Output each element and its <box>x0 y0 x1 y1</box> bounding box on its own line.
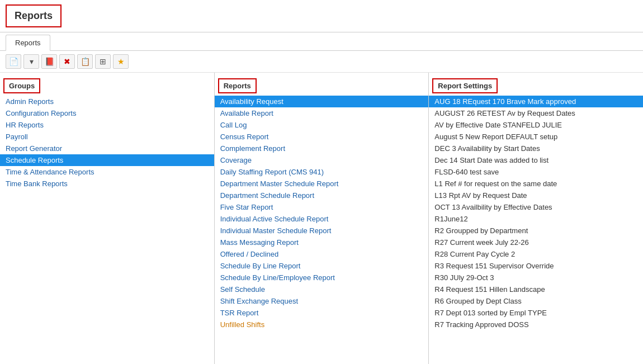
groups-list-item[interactable]: Schedule Reports <box>0 154 214 166</box>
groups-list-item[interactable]: Time & Attendance Reports <box>0 166 214 178</box>
settings-list-item[interactable]: R4 Request 151 Hillen Landscape <box>429 283 643 295</box>
groups-list: Admin ReportsConfiguration ReportsHR Rep… <box>0 96 214 364</box>
settings-list-item[interactable]: R30 JUly 29-Oct 3 <box>429 272 643 283</box>
reports-list-item[interactable]: Census Report <box>215 131 429 143</box>
groups-list-item[interactable]: Configuration Reports <box>0 107 214 119</box>
reports-list-item[interactable]: Department Schedule Report <box>215 190 429 201</box>
star-button[interactable]: ★ <box>113 54 129 69</box>
settings-list-item[interactable]: August 5 New Report DEFAULT setup <box>429 131 643 143</box>
settings-list-item[interactable]: AUG 18 REquest 170 Brave Mark approved <box>429 96 643 107</box>
reports-list-item[interactable]: TSR Report <box>215 307 429 319</box>
reports-list-item[interactable]: Availability Request <box>215 96 429 107</box>
title-bar-row: Reports <box>0 0 643 32</box>
reports-list-item[interactable]: Available Report <box>215 107 429 119</box>
settings-list-item[interactable]: R6 Grouped by Dept Class <box>429 295 643 307</box>
page-wrapper: Reports Reports 📄 ▾ 📕 ✖ 📋 ⊞ ★ Groups Adm… <box>0 0 643 364</box>
reports-list-item[interactable]: Department Master Schedule Report <box>215 178 429 190</box>
settings-header-wrap: Report Settings <box>429 73 643 94</box>
dropdown-button[interactable]: ▾ <box>23 54 39 69</box>
reports-list-item[interactable]: Unfilled Shifts <box>215 319 429 330</box>
reports-list-item[interactable]: Schedule By Line/Employee Report <box>215 272 429 283</box>
groups-list-item[interactable]: Payroll <box>0 131 214 143</box>
groups-panel-header: Groups <box>3 78 40 93</box>
reports-list-item[interactable]: Complement Report <box>215 143 429 154</box>
groups-header-wrap: Groups <box>0 73 214 94</box>
groups-list-item[interactable]: HR Reports <box>0 119 214 131</box>
settings-list-item[interactable]: FLSD-640 test save <box>429 166 643 178</box>
reports-list-item[interactable]: Individual Master Schedule Report <box>215 225 429 237</box>
settings-list-item[interactable]: AV by Effective Date STANFELD JULIE <box>429 119 643 131</box>
settings-list-item[interactable]: R7 Tracking Approved DOSS <box>429 319 643 330</box>
new-doc-button[interactable]: 📄 <box>6 54 21 69</box>
main-content: Groups Admin ReportsConfiguration Report… <box>0 73 643 364</box>
toolbar: 📄 ▾ 📕 ✖ 📋 ⊞ ★ <box>0 51 643 73</box>
table-button[interactable]: ⊞ <box>95 54 111 69</box>
settings-list-item[interactable]: R3 Request 151 Supervisor Override <box>429 260 643 272</box>
reports-header-wrap: Reports <box>215 73 429 94</box>
tab-bar: Reports <box>0 32 643 51</box>
settings-list-item[interactable]: R1June12 <box>429 213 643 225</box>
settings-list: AUG 18 REquest 170 Brave Mark approvedAU… <box>429 96 643 364</box>
settings-list-item[interactable]: R28 Current Pay Cycle 2 <box>429 248 643 260</box>
reports-panel: Reports Availability RequestAvailable Re… <box>215 73 429 364</box>
settings-list-item[interactable]: Dec 14 Start Date was added to list <box>429 154 643 166</box>
groups-list-item[interactable]: Time Bank Reports <box>0 178 214 190</box>
settings-list-item[interactable]: R27 Current week July 22-26 <box>429 237 643 248</box>
settings-list-item[interactable]: R2 Groupped by Department <box>429 225 643 237</box>
groups-list-item[interactable]: Report Generator <box>0 143 214 154</box>
reports-list-item[interactable]: Individual Active Schedule Report <box>215 213 429 225</box>
reports-list-item[interactable]: Shift Exchange Request <box>215 295 429 307</box>
reports-list-item[interactable]: Coverage <box>215 154 429 166</box>
reports-list-item[interactable]: Daily Staffing Report (CMS 941) <box>215 166 429 178</box>
settings-list-item[interactable]: OCT 13 Availbility by Effective Dates <box>429 201 643 213</box>
reports-list-item[interactable]: Mass Messaging Report <box>215 237 429 248</box>
reports-list-item[interactable]: Self Schedule <box>215 283 429 295</box>
pdf-button[interactable]: 📕 <box>41 54 57 69</box>
groups-panel: Groups Admin ReportsConfiguration Report… <box>0 73 215 364</box>
settings-list-item[interactable]: L13 Rpt AV by Request Date <box>429 190 643 201</box>
tab-reports[interactable]: Reports <box>6 35 50 51</box>
reports-list-item[interactable]: Call Log <box>215 119 429 131</box>
settings-list-item[interactable]: DEC 3 Availability by Start Dates <box>429 143 643 154</box>
settings-panel-header: Report Settings <box>432 78 498 93</box>
delete-button[interactable]: ✖ <box>59 54 75 69</box>
settings-list-item[interactable]: L1 Ref # for request on the same date <box>429 178 643 190</box>
reports-list: Availability RequestAvailable ReportCall… <box>215 96 429 364</box>
settings-list-item[interactable]: AUGUST 26 RETEST Av by Request Dates <box>429 107 643 119</box>
page-title: Reports <box>6 4 62 27</box>
reports-list-item[interactable]: Offered / Declined <box>215 248 429 260</box>
reports-list-item[interactable]: Five Star Report <box>215 201 429 213</box>
reports-panel-header: Reports <box>218 78 257 93</box>
settings-panel: Report Settings AUG 18 REquest 170 Brave… <box>429 73 643 364</box>
groups-list-item[interactable]: Admin Reports <box>0 96 214 107</box>
copy-button[interactable]: 📋 <box>77 54 93 69</box>
reports-list-item[interactable]: Schedule By Line Report <box>215 260 429 272</box>
settings-list-item[interactable]: R7 Dept 013 sorted by Empl TYPE <box>429 307 643 319</box>
